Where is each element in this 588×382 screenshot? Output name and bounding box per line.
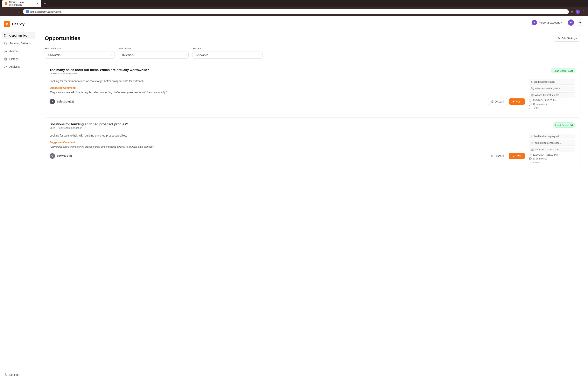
trending-icon: ↗ <box>84 126 86 129</box>
sidebar-item-label: Settings <box>9 373 19 376</box>
card-tag-2: 🔍 data enrichment,prospe... <box>529 140 575 146</box>
sidebar-item-analytics[interactable]: Analytics <box>1 63 35 70</box>
comments-text: 30 comments <box>533 157 547 160</box>
avatar-info: G GrowthGuru <box>50 153 72 159</box>
discard-label: Discard <box>495 154 504 158</box>
lead-score-badge: Lead Score: 100 <box>551 68 575 73</box>
gear-icon: ⚙ <box>557 37 560 40</box>
lead-score-value: 94 <box>569 123 573 127</box>
browser-controls: ← → ↻ https://platform.casixty.com/ ⊕ E … <box>0 7 588 16</box>
poster-name: GrowthGuru <box>57 154 72 158</box>
active-tab[interactable]: C Casixty - Scale personalized ✕ <box>2 0 41 7</box>
filter-sortby-label: Sort By <box>192 47 262 50</box>
card-timestamp: 🕐 11/6/2024, 5:36:05 PM <box>529 99 575 102</box>
card-title-area: Solutions for building enriched prospect… <box>50 122 553 132</box>
lead-score-badge: Lead Score: 94 <box>553 122 575 127</box>
discard-button[interactable]: 🗑 Discard <box>488 153 507 159</box>
edit-settings-button[interactable]: ⚙ Edit Settings <box>554 35 580 42</box>
card-footer: S SalesGuru123 🗑 Discard <box>50 98 525 105</box>
post-label: Post <box>516 154 521 158</box>
sidebar-item-label: Sourcing Settings <box>9 42 31 45</box>
card-comments: 💬 12 comments <box>529 103 575 106</box>
tag-text: lead,business-query <box>534 81 555 83</box>
user-avatar[interactable]: E <box>568 20 574 26</box>
card-tag-2: 🔍 sales prospecting,data e... <box>529 86 575 91</box>
app-layout: C Casixty Opportunities S <box>0 16 588 382</box>
tab-title: Casixty - Scale personalized <box>9 1 35 6</box>
account-name: Personal account <box>539 21 560 24</box>
post-label: Post <box>516 100 521 103</box>
sun-icon: ☀ <box>579 21 582 24</box>
sidebar-item-avatars[interactable]: Avatars <box>1 47 35 55</box>
sidebar-item-history[interactable]: History <box>1 55 35 63</box>
tab-close-button[interactable]: ✕ <box>37 2 39 5</box>
timeframe-select[interactable]: This Week ▾ <box>119 52 189 59</box>
app-header: E Personal account ▾ E ☀ <box>37 16 588 29</box>
subreddit: r/sales <box>50 72 57 75</box>
card-header: Solutions for building enriched prospect… <box>50 122 575 132</box>
reload-button[interactable]: ↻ <box>16 10 21 14</box>
browser-user-avatar: E <box>576 10 580 14</box>
votes-text: 55 votes <box>532 161 541 164</box>
edit-settings-label: Edit Settings <box>562 37 577 40</box>
timestamp-text: 11/10/2024, 4:15:32 PM <box>533 153 558 156</box>
tag-text: sales prospecting,data e... <box>535 87 562 90</box>
card-votes: ↗ 55 votes <box>529 161 575 164</box>
forward-button[interactable]: → <box>10 10 14 14</box>
card-meta: r/sales • advice-request <box>50 72 551 75</box>
sortby-select[interactable]: Relevance ▾ <box>192 52 262 59</box>
extensions-icon[interactable]: ⊕ <box>571 10 574 14</box>
discard-button[interactable]: 🗑 Discard <box>488 98 507 105</box>
theme-toggle-button[interactable]: ☀ <box>577 20 583 26</box>
page-title: Opportunities <box>45 35 81 42</box>
card-comments: 💬 30 comments <box>529 157 575 160</box>
post-button[interactable]: ➤ Post <box>509 153 525 159</box>
card-title-area: Too many sales tools out there. Which ar… <box>50 68 551 78</box>
account-selector[interactable]: E Personal account ▾ <box>529 19 565 26</box>
card-tag-1: 🏷 lead,business-query <box>529 79 575 85</box>
logo: C Casixty <box>0 20 37 32</box>
svg-point-3 <box>5 374 6 375</box>
folder-icon <box>4 34 7 37</box>
card-actions: 🗑 Discard ➤ Post <box>488 98 525 105</box>
gear-icon <box>4 373 7 377</box>
card-header: Too many sales tools out there. Which ar… <box>50 68 575 78</box>
back-button[interactable]: ← <box>3 10 7 14</box>
chevron-down-icon: ▾ <box>111 54 112 56</box>
address-bar[interactable]: https://platform.casixty.com/ <box>23 9 569 14</box>
page-header: Opportunities ⚙ Edit Settings <box>45 35 580 42</box>
suggested-comment: "Clay helps sales teams enrich prospect … <box>50 145 525 149</box>
card-right: 🏷 lead,business-query,foll... 🔍 data enr… <box>529 134 575 164</box>
upvote-icon: ↗ <box>529 161 531 164</box>
card-meta: r/b2b • tool-recommendation ↗ <box>50 126 553 129</box>
browser-menu-icon[interactable]: ⋮ <box>582 10 585 14</box>
comments-text: 12 comments <box>533 103 547 106</box>
card-left: Looking for recommendations on tools to … <box>50 79 525 109</box>
avatar-select[interactable]: All Avatars ▾ <box>45 52 115 59</box>
sidebar-item-sourcing-settings[interactable]: Sourcing Settings <box>1 40 35 47</box>
card-tag-3: 🏢 What's the best tool for ... <box>529 92 575 98</box>
opportunity-card-1: Too many sales tools out there. Which ar… <box>45 63 580 114</box>
user-icon <box>4 49 7 53</box>
sidebar-bottom: Settings <box>0 371 37 379</box>
tag-icon: 🏷 <box>531 135 533 138</box>
filter-sortby: Sort By Relevance ▾ <box>192 47 262 59</box>
discard-label: Discard <box>495 100 504 103</box>
sidebar-item-settings[interactable]: Settings <box>1 371 35 379</box>
comment-icon: 💬 <box>529 103 532 106</box>
filter-avatar: Filter by Avatar All Avatars ▾ <box>45 47 115 59</box>
main-area: E Personal account ▾ E ☀ Opportunities ⚙… <box>37 16 588 382</box>
logo-icon: C <box>4 21 10 27</box>
sidebar-item-opportunities[interactable]: Opportunities <box>1 32 35 39</box>
trash-icon: 🗑 <box>491 100 494 103</box>
avatar-info: S SalesGuru123 <box>50 99 74 104</box>
new-tab-button[interactable]: + <box>44 2 46 5</box>
tag: advice-request <box>60 72 77 75</box>
tag-text: What are the best tools f... <box>535 148 562 151</box>
tag: tool-recommendation <box>59 127 82 129</box>
sortby-select-value: Relevance <box>195 53 208 57</box>
sidebar-item-label: Avatars <box>9 50 19 53</box>
url-text: https://platform.casixty.com/ <box>30 10 62 13</box>
card-tag-3: 🏢 What are the best tools f... <box>529 147 575 152</box>
post-button[interactable]: ➤ Post <box>509 98 525 105</box>
